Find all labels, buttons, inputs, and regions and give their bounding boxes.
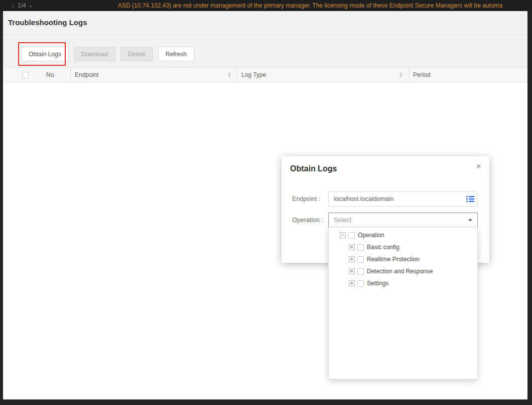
page-header: Troubleshooting Logs [3, 11, 527, 35]
sort-log-type-icon[interactable] [400, 72, 403, 77]
table-header-row: No. Endpoint Log Type Period [3, 67, 527, 82]
tree-node-detection-and-response: + Detection and Response [329, 265, 477, 277]
operation-select-value: Select [334, 217, 351, 224]
tree-label-realtime-protection[interactable]: Realtime Protection [367, 256, 420, 263]
tree-checkbox-realtime-protection[interactable] [357, 256, 364, 263]
collapse-icon[interactable]: − [340, 232, 346, 238]
obtain-logs-button[interactable]: Obtain Logs [21, 47, 69, 61]
expand-icon[interactable]: + [349, 280, 355, 286]
download-button[interactable]: Download [74, 47, 115, 61]
next-notification-icon[interactable]: › [30, 2, 32, 10]
table-header-check-cell [3, 72, 38, 78]
select-all-checkbox[interactable] [22, 72, 29, 78]
operation-dropdown-panel: − Operation + Basic config + Realtime Pr… [328, 227, 478, 379]
delete-button[interactable]: Delete [120, 47, 153, 61]
operation-select[interactable]: Select [328, 213, 478, 228]
tree-label-basic-config[interactable]: Basic config [367, 244, 400, 251]
page-title: Troubleshooting Logs [8, 18, 527, 27]
column-header-period: Period [409, 67, 527, 82]
expand-icon[interactable]: + [349, 268, 355, 274]
tree-checkbox-operation[interactable] [348, 232, 355, 239]
tree-checkbox-settings[interactable] [357, 280, 364, 287]
notification-message: ASD (10.74.102.43) are not under managem… [118, 0, 532, 11]
endpoint-field-label: Endpoint : [292, 191, 320, 207]
notification-pager: ‹ 1/4 › [12, 0, 32, 11]
column-header-log-type[interactable]: Log Type [237, 67, 409, 82]
column-header-no: No. [38, 71, 70, 78]
expand-icon[interactable]: + [349, 256, 355, 262]
column-header-endpoint-label: Endpoint [75, 71, 98, 78]
tree-checkbox-detection-and-response[interactable] [357, 268, 364, 275]
tree-label-operation[interactable]: Operation [358, 232, 384, 239]
prev-notification-icon[interactable]: ‹ [12, 2, 14, 10]
sort-endpoint-icon[interactable] [228, 72, 231, 77]
tree-label-settings[interactable]: Settings [367, 280, 388, 287]
tree-node-realtime-protection: + Realtime Protection [329, 253, 477, 265]
tree-checkbox-basic-config[interactable] [357, 244, 364, 251]
tree-node-settings: + Settings [329, 277, 477, 289]
refresh-button[interactable]: Refresh [158, 47, 194, 61]
tree-node-basic-config: + Basic config [329, 241, 477, 253]
endpoint-input[interactable] [328, 191, 478, 207]
expand-icon[interactable]: + [349, 244, 355, 250]
operation-field-label: Operation : [292, 213, 323, 228]
app-window: ‹ 1/4 › ASD (10.74.102.43) are not under… [0, 0, 532, 405]
column-header-endpoint[interactable]: Endpoint [70, 67, 237, 82]
notification-bar: ‹ 1/4 › ASD (10.74.102.43) are not under… [0, 0, 532, 11]
close-icon[interactable]: × [476, 161, 481, 171]
endpoint-list-icon[interactable] [466, 195, 474, 205]
pager-label: 1/4 [18, 2, 26, 9]
column-header-log-type-label: Log Type [241, 71, 266, 78]
toolbar: Obtain Logs Download Delete Refresh [21, 47, 527, 61]
dialog-title: Obtain Logs [290, 164, 337, 173]
tree-label-detection-and-response[interactable]: Detection and Response [367, 268, 433, 275]
tree-node-operation: − Operation [329, 229, 477, 241]
chevron-down-icon [468, 219, 472, 222]
